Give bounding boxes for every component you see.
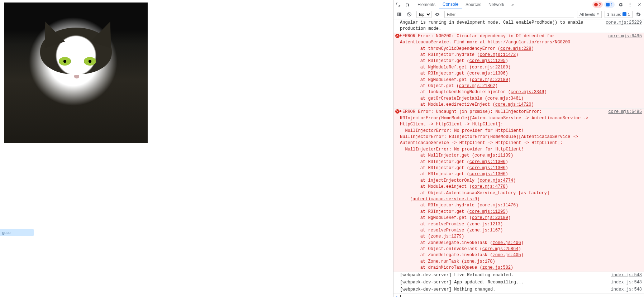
stack-source-link[interactable]: core.mjs:3461 (487, 96, 521, 101)
source-cell: core.mjs:6495 (605, 109, 642, 271)
stack-source-link[interactable]: core.mjs:11295 (469, 209, 506, 214)
stack-frame: at ZoneDelegate.invokeTask (zone.js:405) (400, 252, 605, 258)
image-decoration (91, 18, 119, 48)
filter-input[interactable] (444, 11, 574, 18)
clear-console-icon[interactable] (405, 10, 414, 19)
stack-source-link[interactable]: core.mjs:11306 (469, 71, 506, 76)
stack-frame: at Module.ɵɵinject (core.mjs:4778) (400, 184, 605, 190)
svg-point-2 (630, 5, 630, 6)
tab-console[interactable]: Console (439, 0, 462, 9)
console-log-row[interactable]: [webpack-dev-server] Live Reloading enab… (393, 272, 644, 279)
stack-source-link[interactable]: core.mjs:4774 (480, 178, 513, 183)
stack-frame: at Object.AutenticacaoService_Factory [a… (400, 190, 605, 203)
doc-link[interactable]: https://angular.io/errors/NG0200 (488, 40, 570, 45)
separator (413, 2, 413, 8)
source-link[interactable]: index.js:548 (611, 280, 642, 285)
image-decoration (37, 18, 65, 48)
stack-frame: at R3Injector.get (core.mjs:11295) (400, 58, 605, 64)
stack-frame: at throwCyclicDependencyError (core.mjs:… (400, 46, 605, 52)
stack-source-link[interactable]: zone.js:1213 (469, 222, 500, 227)
issue-count-badge[interactable]: 1 (604, 1, 615, 8)
stack-frame: at R3Injector.hydrate (core.mjs:11476) (400, 202, 605, 209)
stack-frame: at NgModuleRef.get (core.mjs:22189) (400, 215, 605, 221)
error-count: 2 (599, 3, 601, 7)
stack-source-link[interactable]: core.mjs:228 (500, 46, 531, 51)
content-image (4, 3, 148, 143)
error-icon: ✕ (395, 34, 400, 38)
stack-source-link[interactable]: core.mjs:21862 (459, 83, 495, 88)
stack-source-link[interactable]: zone.js:1167 (469, 228, 500, 233)
inspect-element-icon[interactable] (393, 0, 403, 9)
devtools-panel: Elements Console Sources Network » 2 1 (393, 0, 644, 297)
stack-source-link[interactable]: core.mjs:22189 (472, 215, 508, 220)
console-log-row[interactable]: Angular is running in development mode. … (393, 19, 644, 33)
stack-source-link[interactable]: core.mjs:11139 (474, 153, 511, 158)
close-devtools-icon[interactable] (635, 0, 644, 9)
device-toolbar-icon[interactable] (403, 0, 412, 9)
stack-source-link[interactable]: core.mjs:11306 (469, 172, 506, 177)
source-link[interactable]: core.mjs:25229 (606, 20, 642, 25)
eye-icon[interactable] (433, 10, 442, 19)
message-text: [webpack-dev-server] Nothing changed. (400, 287, 608, 293)
stack-source-link[interactable]: autenticacao.service.ts:9 (412, 197, 477, 202)
row-gutter (395, 272, 400, 278)
source-link[interactable]: index.js:548 (611, 287, 642, 292)
stack-frame: at Module.ɵɵdirectiveInject (core.mjs:14… (400, 102, 605, 108)
stack-source-link[interactable]: core.mjs:11472 (480, 52, 516, 57)
stack-source-link[interactable]: core.mjs:11476 (480, 203, 516, 208)
stack-source-link[interactable]: core.mjs:11306 (469, 166, 506, 171)
message-text: ERROR Error: Uncaught (in promise): Null… (400, 109, 605, 271)
image-decoration (84, 57, 96, 66)
stack-frame: at (zone.js:1279) (400, 234, 605, 240)
stack-source-link[interactable]: core.mjs:22189 (472, 77, 508, 82)
stack-source-link[interactable]: core.mjs:22189 (472, 65, 508, 70)
error-icon: ✕ (395, 109, 400, 114)
stack-source-link[interactable]: core.mjs:25864 (482, 246, 519, 252)
settings-icon[interactable] (616, 0, 625, 9)
console-output[interactable]: Angular is running in development mode. … (393, 19, 644, 297)
console-log-row[interactable]: [webpack-dev-server] Nothing changed.ind… (393, 286, 644, 293)
stack-source-link[interactable]: core.mjs:3349 (511, 90, 544, 95)
stack-frame: at R3Injector.get (core.mjs:11295) (400, 209, 605, 215)
issue-count: 1 (611, 3, 613, 7)
stack-source-link[interactable]: core.mjs:14720 (495, 102, 531, 107)
stack-frame: at lookupTokenUsingModuleInjector (core.… (400, 89, 605, 95)
console-log-row[interactable]: [webpack-dev-server] App updated. Recomp… (393, 279, 644, 286)
stack-source-link[interactable]: zone.js:582 (482, 265, 511, 270)
stack-source-link[interactable]: core.mjs:4778 (472, 184, 506, 189)
image-decoration (74, 75, 79, 78)
source-cell: index.js:548 (608, 287, 642, 293)
svg-point-0 (630, 3, 630, 3)
source-link[interactable]: core.mjs:6495 (608, 109, 642, 114)
context-selector[interactable]: top (416, 11, 431, 18)
sidebar-toggle-icon[interactable] (395, 10, 404, 19)
console-error-row[interactable]: ✕ERROR Error: Uncaught (in promise): Nul… (393, 109, 644, 272)
stack-source-link[interactable]: core.mjs:11295 (469, 58, 506, 63)
stack-frame: at NullInjector.get (core.mjs:11139) (400, 153, 605, 159)
stack-source-link[interactable]: zone.js:406 (492, 240, 521, 245)
console-prompt[interactable]: › (393, 294, 644, 297)
tab-network[interactable]: Network (485, 0, 508, 9)
log-levels-dropdown[interactable]: All levels ▼ (577, 11, 602, 18)
tab-elements[interactable]: Elements (414, 0, 439, 9)
tab-sources[interactable]: Sources (462, 0, 485, 9)
source-link[interactable]: index.js:548 (611, 273, 642, 278)
error-count-badge[interactable]: 2 (592, 1, 603, 8)
kebab-menu-icon[interactable] (625, 0, 635, 9)
issues-button[interactable]: 1 Issue: 1 (605, 11, 633, 18)
issues-label: 1 Issue: (607, 12, 621, 16)
stack-source-link[interactable]: zone.js:178 (464, 259, 492, 264)
stack-source-link[interactable]: zone.js:405 (492, 253, 521, 258)
stack-frame: at getOrCreateInjectable (core.mjs:3461) (400, 96, 605, 102)
tabs-overflow[interactable]: » (508, 0, 517, 9)
console-error-row[interactable]: ✕ERROR Error: NG0200: Circular dependenc… (393, 33, 644, 109)
stack-source-link[interactable]: core.mjs:11306 (469, 159, 506, 164)
expand-caret-icon[interactable] (400, 110, 402, 112)
expand-caret-icon[interactable] (400, 34, 402, 37)
console-settings-icon[interactable] (634, 10, 643, 19)
source-link[interactable]: core.mjs:6495 (608, 34, 642, 39)
stack-frame: at Object.onInvokeTask (core.mjs:25864) (400, 246, 605, 252)
issue-square-icon (622, 12, 626, 16)
source-cell: core.mjs:25229 (603, 20, 642, 32)
stack-source-link[interactable]: zone.js:1279 (431, 234, 462, 239)
